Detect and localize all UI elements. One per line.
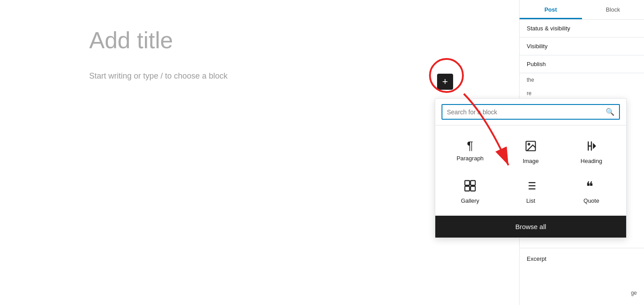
block-item-gallery[interactable]: Gallery: [440, 174, 500, 209]
block-label-heading: Heading: [581, 158, 602, 164]
block-grid: ¶ Paragraph Image Heading: [435, 125, 626, 214]
quote-icon: ❝: [585, 180, 598, 194]
block-search-input[interactable]: [447, 109, 606, 116]
sidebar-status-visibility[interactable]: Status & visibility: [520, 20, 644, 38]
image-icon: [524, 140, 537, 154]
paragraph-icon: ¶: [467, 140, 473, 151]
block-item-quote[interactable]: ❝ Quote: [561, 174, 622, 209]
svg-rect-3: [465, 180, 470, 185]
block-search-row: 🔍: [435, 99, 626, 125]
block-label-quote: Quote: [583, 197, 599, 204]
browse-all-button[interactable]: Browse all: [435, 216, 626, 238]
tab-post[interactable]: Post: [520, 0, 582, 19]
heading-icon: [585, 140, 598, 154]
sidebar-excerpt[interactable]: Excerpt: [527, 255, 637, 262]
add-block-button[interactable]: +: [437, 74, 453, 90]
tab-block[interactable]: Block: [582, 0, 644, 19]
sidebar-visibility[interactable]: Visibility: [520, 38, 644, 55]
svg-rect-5: [465, 186, 470, 191]
block-search-wrap: 🔍: [442, 104, 620, 120]
block-item-heading[interactable]: Heading: [561, 134, 622, 170]
block-inserter-dropdown: 🔍 ¶ Paragraph Image: [435, 98, 627, 238]
block-item-image[interactable]: Image: [500, 134, 561, 170]
block-label-list: List: [526, 197, 535, 204]
block-label-image: Image: [523, 158, 539, 164]
search-icon: 🔍: [606, 108, 615, 116]
editor-title[interactable]: Add title: [89, 27, 491, 54]
svg-point-2: [528, 143, 530, 145]
svg-rect-4: [471, 180, 475, 185]
sidebar-partial-ge: ge: [631, 290, 637, 296]
list-icon: [524, 180, 537, 194]
editor-content-placeholder[interactable]: Start writing or type / to choose a bloc…: [89, 71, 491, 81]
svg-text:❝: ❝: [586, 180, 593, 192]
plus-icon: +: [442, 77, 448, 87]
sidebar-tabs: Post Block: [520, 0, 644, 20]
sidebar-partial-the: the: [520, 73, 644, 87]
sidebar-publish[interactable]: Publish: [520, 55, 644, 73]
block-label-paragraph: Paragraph: [457, 155, 484, 162]
block-item-list[interactable]: List: [500, 174, 561, 209]
svg-rect-6: [471, 186, 475, 191]
gallery-icon: [464, 180, 476, 194]
block-item-paragraph[interactable]: ¶ Paragraph: [440, 134, 500, 170]
block-label-gallery: Gallery: [461, 197, 479, 204]
